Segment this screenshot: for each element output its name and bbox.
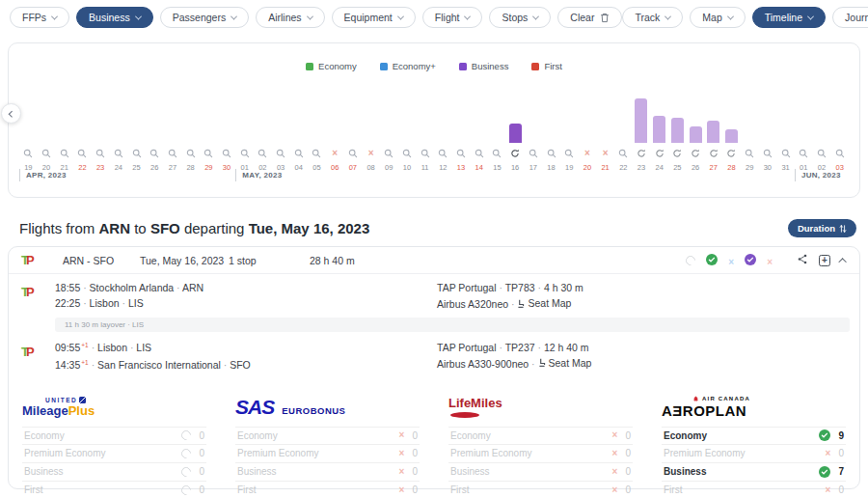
timeline-day-01[interactable]: 01 <box>235 75 254 172</box>
refresh-icon[interactable] <box>672 149 682 158</box>
legend-item-economy[interactable]: Economy <box>306 61 357 71</box>
search-icon[interactable] <box>222 149 231 158</box>
timeline-day-23[interactable]: 23 <box>633 75 651 172</box>
search-icon[interactable] <box>402 149 412 158</box>
timeline-day-28[interactable]: 28 <box>722 75 741 172</box>
timeline-day-20[interactable]: 20 <box>38 75 56 172</box>
search-icon[interactable] <box>492 149 502 158</box>
search-icon[interactable] <box>168 149 177 158</box>
timeline-day-17[interactable]: 17 <box>524 75 542 172</box>
refresh-icon[interactable] <box>709 149 719 158</box>
search-icon[interactable] <box>258 149 267 158</box>
refresh-icon[interactable] <box>726 149 736 158</box>
timeline-day-03[interactable]: 03 <box>830 75 849 172</box>
refresh-icon[interactable] <box>637 149 646 158</box>
timeline-day-03[interactable]: 03 <box>272 75 290 172</box>
refresh-icon[interactable] <box>691 149 700 158</box>
timeline-day-26[interactable]: 26 <box>146 75 164 172</box>
search-icon[interactable] <box>475 149 484 158</box>
legend-item-business[interactable]: Business <box>459 61 509 71</box>
timeline-day-20[interactable]: ×20 <box>579 75 597 172</box>
refresh-icon[interactable] <box>655 149 665 158</box>
search-icon[interactable] <box>529 149 538 158</box>
add-to-tracking-button[interactable]: + <box>819 255 830 266</box>
timeline-day-22[interactable]: 22 <box>73 75 92 172</box>
filter-pill-airlines[interactable]: Airlines <box>256 7 324 28</box>
timeline-day-16[interactable]: 16 <box>506 75 525 172</box>
filter-pill-map[interactable]: Map <box>690 7 745 28</box>
search-icon[interactable] <box>23 149 33 158</box>
filter-pill-timeline[interactable]: Timeline <box>752 7 826 28</box>
timeline-day-14[interactable]: 14 <box>470 75 488 172</box>
search-icon[interactable] <box>745 149 754 158</box>
timeline-day-02[interactable]: 02 <box>254 75 272 172</box>
timeline-day-24[interactable]: 24 <box>650 75 668 172</box>
timeline-day-23[interactable]: 23 <box>92 75 110 172</box>
filter-pill-stops[interactable]: Stops <box>489 7 551 28</box>
timeline-day-27[interactable]: 27 <box>704 75 722 172</box>
search-icon[interactable] <box>763 149 773 158</box>
search-icon[interactable] <box>132 149 142 158</box>
timeline-day-24[interactable]: 24 <box>109 75 127 172</box>
search-icon[interactable] <box>60 149 69 158</box>
timeline-day-19[interactable]: 19 <box>560 75 579 172</box>
timeline-day-21[interactable]: ×21 <box>596 75 614 172</box>
search-icon[interactable] <box>817 149 827 158</box>
flight-card-header[interactable]: TP ARN - SFO Tue, May 16, 2023 1 stop 28… <box>9 247 859 273</box>
search-icon[interactable] <box>456 149 466 158</box>
search-icon[interactable] <box>348 149 358 158</box>
search-icon[interactable] <box>564 149 574 158</box>
refresh-icon[interactable] <box>510 149 520 158</box>
search-icon[interactable] <box>114 149 123 158</box>
search-icon[interactable] <box>781 149 791 158</box>
collapse-chevron-icon[interactable] <box>838 258 846 265</box>
search-icon[interactable] <box>799 149 808 158</box>
filter-pill-flight[interactable]: Flight <box>422 7 483 28</box>
timeline-day-06[interactable]: ×06 <box>326 75 344 172</box>
filter-pill-business[interactable]: Business <box>76 7 153 28</box>
filter-pill-track[interactable]: Track <box>622 7 683 28</box>
timeline-day-29[interactable]: 29 <box>200 75 218 172</box>
timeline-day-19[interactable]: 19 <box>19 75 38 172</box>
search-icon[interactable] <box>547 149 556 158</box>
filter-pill-equipment[interactable]: Equipment <box>332 7 416 28</box>
timeline-day-30[interactable]: 30 <box>218 75 236 172</box>
legend-item-first[interactable]: First <box>531 61 561 71</box>
timeline-day-26[interactable]: 26 <box>687 75 705 172</box>
timeline-day-05[interactable]: 05 <box>308 75 326 172</box>
timeline-day-15[interactable]: 15 <box>488 75 506 172</box>
search-icon[interactable] <box>618 149 628 158</box>
search-icon[interactable] <box>95 149 105 158</box>
filter-pill-journey[interactable]: Journey <box>832 7 868 28</box>
timeline-day-28[interactable]: 28 <box>181 75 200 172</box>
search-icon[interactable] <box>384 149 393 158</box>
timeline-day-02[interactable]: 02 <box>813 75 831 172</box>
timeline-day-27[interactable]: 27 <box>164 75 182 172</box>
timeline-day-04[interactable]: 04 <box>289 75 308 172</box>
timeline-day-13[interactable]: 13 <box>452 75 471 172</box>
search-icon[interactable] <box>41 149 51 158</box>
share-button[interactable] <box>797 252 808 269</box>
timeline-day-01[interactable]: 01 <box>795 75 813 172</box>
search-icon[interactable] <box>312 149 321 158</box>
search-icon[interactable] <box>77 149 87 158</box>
scroll-left-button[interactable] <box>1 103 21 124</box>
search-icon[interactable] <box>240 149 250 158</box>
filter-pill-ffps[interactable]: FFPs <box>10 7 69 28</box>
timeline-day-22[interactable]: 22 <box>614 75 633 172</box>
seat-map-link[interactable]: Seat Map <box>538 355 592 371</box>
search-icon[interactable] <box>420 149 430 158</box>
search-icon[interactable] <box>438 149 448 158</box>
search-icon[interactable] <box>835 149 845 158</box>
timeline-day-09[interactable]: 09 <box>380 75 398 172</box>
sort-duration-button[interactable]: Duration <box>788 219 856 237</box>
timeline-day-07[interactable]: 07 <box>344 75 363 172</box>
legend-item-economy-plus[interactable]: Economy+ <box>380 61 436 71</box>
search-icon[interactable] <box>203 149 213 158</box>
share-icon[interactable] <box>797 253 808 265</box>
search-icon[interactable] <box>276 149 285 158</box>
timeline-day-30[interactable]: 30 <box>759 75 777 172</box>
search-icon[interactable] <box>149 149 159 158</box>
timeline-day-25[interactable]: 25 <box>668 75 687 172</box>
timeline-day-21[interactable]: 21 <box>55 75 73 172</box>
